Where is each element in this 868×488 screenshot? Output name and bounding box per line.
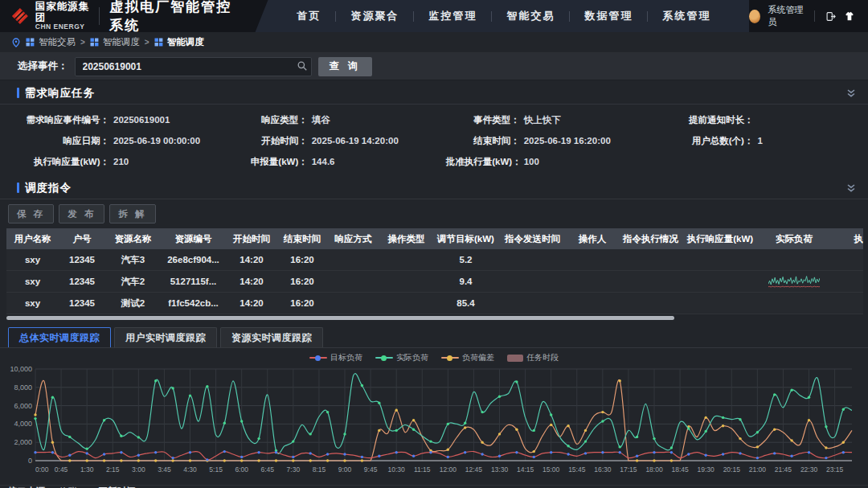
table-cell: 9.4 <box>433 271 498 292</box>
series-marker <box>756 457 759 459</box>
theme-shirt-icon[interactable] <box>844 10 855 23</box>
series-marker <box>481 411 483 413</box>
series-marker <box>790 455 792 457</box>
tracking-chart-panel: 目标负荷实际负荷负荷偏差任务时段 02,0004,0006,0008,00010… <box>0 348 868 485</box>
series-marker <box>103 419 105 421</box>
legend-label: 任务时段 <box>526 352 559 363</box>
demand-field: 事件类型：快上快下 <box>446 109 670 130</box>
series-marker <box>773 429 776 431</box>
event-input-wrap <box>75 57 312 76</box>
series-marker <box>705 416 707 419</box>
search-icon[interactable] <box>297 60 308 72</box>
x-axis-tick: 4:30 <box>183 465 197 474</box>
table-row[interactable]: sxy12345测试2f1fc542cb...14:2016:2085.4 <box>6 293 863 314</box>
tab-tracking-2[interactable]: 用户实时调度跟踪 <box>114 327 217 347</box>
event-id-input[interactable] <box>75 57 312 76</box>
series-marker <box>773 452 776 454</box>
table-cell <box>683 249 757 270</box>
section-accent-bar <box>17 182 19 193</box>
demand-field: 响应类型：填谷 <box>231 109 446 130</box>
field-label: 响应日期： <box>6 135 109 147</box>
series-marker <box>567 453 569 455</box>
table-cell: f1fc542cb... <box>161 293 226 314</box>
nav-item-4[interactable]: 智能交易 <box>492 9 569 23</box>
demand-field: 用户总数(个)：1 <box>669 130 868 151</box>
breadcrumb-item-2[interactable]: 智能调度 <box>90 36 140 48</box>
series-marker <box>653 437 655 440</box>
breadcrumb-item-3[interactable]: 智能调度 <box>154 36 204 48</box>
column-header: 执行响应量(kW) <box>683 228 757 249</box>
demand-response-section: 需求响应任务 需求响应事件编号：20250619001响应类型：填谷事件类型：快… <box>0 80 868 175</box>
tab-tracking-1[interactable]: 总体实时调度跟踪 <box>8 327 111 347</box>
table-cell <box>618 249 683 270</box>
table-cell <box>498 249 567 270</box>
series-marker <box>206 458 208 461</box>
tab-tracking-3[interactable]: 资源实时调度跟踪 <box>220 327 323 347</box>
legend-item[interactable]: 目标负荷 <box>309 352 362 363</box>
x-axis-tick: 14:15 <box>517 465 534 474</box>
series-marker <box>722 453 724 455</box>
series-marker <box>292 456 294 458</box>
column-header: 用户名称 <box>6 228 59 249</box>
legend-item[interactable]: 负荷偏差 <box>441 352 494 363</box>
field-value: 144.6 <box>312 157 335 166</box>
field-label: 结束时间： <box>446 135 520 147</box>
x-axis-tick: 6:00 <box>235 465 248 474</box>
series-marker <box>171 387 174 389</box>
breadcrumb-label: 智能调度 <box>103 36 140 48</box>
breadcrumb-label: 智能调度 <box>167 36 204 48</box>
nav-item-3[interactable]: 监控管理 <box>414 9 491 23</box>
series-marker <box>464 422 466 424</box>
table-row[interactable]: sxy12345汽车326e8cf904...14:2016:205.2 <box>6 249 863 271</box>
decompose-button[interactable]: 拆 解 <box>109 204 155 223</box>
column-header: 调节目标(kW) <box>433 228 498 249</box>
legend-label: 负荷偏差 <box>462 352 494 363</box>
field-label: 批准执行量(kW)： <box>446 156 520 168</box>
nav-item-2[interactable]: 资源聚合 <box>336 9 413 23</box>
table-cell: 85.4 <box>433 293 498 314</box>
breadcrumb: 智能交易>智能调度>智能调度 <box>0 32 868 53</box>
nav-item-6[interactable]: 系统管理 <box>648 9 725 23</box>
series-marker <box>412 455 415 457</box>
series-marker <box>687 453 690 455</box>
event-search-row: 选择事件： 查 询 <box>0 53 868 80</box>
legend-item[interactable]: 任务时段 <box>507 352 559 363</box>
query-button[interactable]: 查 询 <box>318 57 372 76</box>
table-cell: 12345 <box>59 293 105 314</box>
legend-item[interactable]: 实际负荷 <box>375 352 428 363</box>
logout-icon[interactable] <box>825 10 837 23</box>
table-cell: 5127115f... <box>161 271 226 292</box>
x-axis-tick: 0:00 <box>35 465 49 474</box>
series-marker <box>137 436 140 438</box>
series-marker <box>464 426 466 429</box>
series-marker <box>343 459 346 461</box>
table-header-row: 用户名称户号资源名称资源编号开始时间结束时间响应方式操作类型调节目标(kW)指令… <box>6 228 863 249</box>
table-cell: 26e8cf904... <box>161 249 226 270</box>
table-cell <box>379 293 433 314</box>
series-marker <box>68 454 71 457</box>
table-hscrollbar-thumb[interactable] <box>6 316 674 320</box>
publish-button[interactable]: 发 布 <box>59 204 104 223</box>
table-cell <box>618 293 683 314</box>
collapse-demand-icon[interactable] <box>845 88 857 99</box>
grid-icon <box>154 38 163 47</box>
table-row[interactable]: sxy12345汽车25127115f...14:2016:209.4 <box>6 271 863 293</box>
nav-item-1[interactable]: 首页 <box>282 9 335 23</box>
series-marker <box>533 429 535 432</box>
nav-item-5[interactable]: 数据管理 <box>570 9 647 23</box>
field-value: 100 <box>524 157 539 166</box>
x-axis-tick: 3:00 <box>132 465 145 474</box>
demand-fields: 需求响应事件编号：20250619001响应类型：填谷事件类型：快上快下提前通知… <box>0 105 868 175</box>
save-button[interactable]: 保 存 <box>8 204 54 223</box>
series-marker <box>206 385 208 388</box>
series-marker <box>601 451 604 453</box>
series-marker <box>68 436 71 438</box>
series-marker <box>240 456 243 458</box>
series-marker <box>722 416 724 419</box>
y-axis-tick: 4,000 <box>14 420 32 428</box>
collapse-dispatch-icon[interactable] <box>845 182 857 194</box>
avatar[interactable] <box>749 10 760 23</box>
breadcrumb-item-1[interactable]: 智能交易 <box>26 36 76 48</box>
user-name[interactable]: 系统管理员 <box>768 4 804 28</box>
x-axis-tick: 5:15 <box>209 465 223 474</box>
